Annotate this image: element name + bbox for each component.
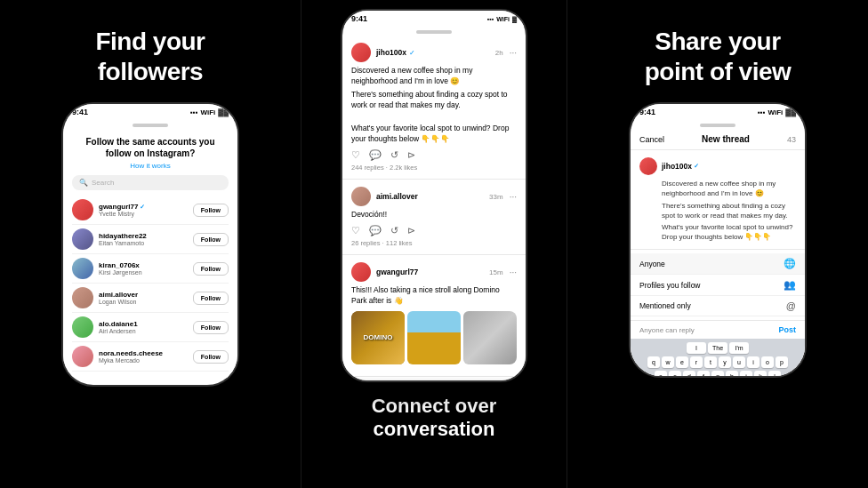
right-status-icons: ▪▪▪ WiFi ▓▓ (758, 108, 796, 116)
user-info-6: nora.needs.cheese Myka Mercado (99, 349, 188, 364)
post-1-meta: jiho100x ✓ 2h ··· (376, 48, 517, 58)
thread-post-3: gwangurl77 15m ··· This!!! Also taking a… (342, 255, 526, 377)
privacy-anyone-icon: 🌐 (784, 258, 796, 269)
right-phone-status: 9:41 ▪▪▪ WiFi ▓▓ (631, 104, 805, 120)
privacy-following[interactable]: Profiles you follow 👥 (631, 275, 805, 296)
follow-button-2[interactable]: Follow (193, 233, 229, 246)
mid-status-icons: ▪▪▪ WiFi ▓ (487, 16, 517, 22)
how-it-works-link[interactable]: How it works (72, 162, 229, 170)
left-panel: Find your followers 9:41 ▪▪▪ WiFi ▓▓ Fol… (0, 0, 301, 488)
user-name-5: Airi Andersen (99, 328, 188, 334)
suggestion-im[interactable]: I'm (729, 342, 749, 354)
key-l[interactable]: l (768, 371, 781, 378)
privacy-mentioned[interactable]: Mentioned only @ (631, 296, 805, 316)
post-3-meta: gwangurl77 15m ··· (376, 268, 517, 277)
anyone-can-reply-label: Anyone can reply (639, 326, 695, 334)
post-2-more-icon[interactable]: ··· (510, 192, 517, 202)
nt-verified-icon: ✓ (694, 163, 699, 170)
key-a[interactable]: a (655, 371, 667, 378)
mid-bottom-title: Connect over conversation (354, 395, 515, 441)
right-panel: Share your point of view 9:41 ▪▪▪ WiFi ▓… (567, 0, 868, 488)
mid-signal-icon: ▪▪▪ (487, 16, 494, 22)
mid-phone-mockup: 9:41 ▪▪▪ WiFi ▓ jiho100x ✓ 2h ··· (341, 9, 527, 382)
repost-icon-2[interactable]: ↺ (390, 225, 398, 236)
right-panel-title: Share your point of view (645, 27, 792, 86)
cancel-button[interactable]: Cancel (639, 135, 664, 144)
suggestion-the[interactable]: The (708, 342, 727, 354)
key-i[interactable]: i (747, 356, 760, 368)
user-handle-2: hidayathere22 (99, 232, 188, 240)
keyboard-row-2: a s d f g h j k l (632, 371, 803, 378)
user-info-5: alo.daiane1 Airi Andersen (99, 320, 188, 334)
reply-bar[interactable]: Reply to jiho100x... (350, 380, 518, 382)
post-3-avatar (351, 262, 371, 282)
post-2-handle: aimi.allover (376, 192, 418, 201)
right-wifi-icon: WiFi (768, 108, 784, 116)
user-name-4: Logan Wilson (99, 299, 188, 305)
post-3-handle: gwangurl77 (376, 268, 418, 276)
post-2-text: Devoción!! (351, 210, 517, 220)
comment-icon-1[interactable]: 💬 (369, 149, 382, 161)
post-3-more-icon[interactable]: ··· (510, 268, 517, 277)
post-2-stats: 26 replies · 112 likes (351, 239, 517, 247)
key-p[interactable]: p (776, 356, 788, 368)
post-img-street (463, 311, 517, 364)
repost-icon-1[interactable]: ↺ (390, 149, 398, 161)
key-f[interactable]: f (697, 371, 710, 378)
post-3-time: 15m (489, 268, 503, 276)
right-status-time: 9:41 (639, 108, 655, 116)
keyboard: I The I'm q w e r t y u i o p a (631, 339, 805, 378)
nt-avatar (639, 157, 657, 175)
key-y[interactable]: y (719, 356, 731, 368)
mid-wifi-icon: WiFi (496, 16, 510, 22)
privacy-anyone[interactable]: Anyone 🌐 (631, 253, 805, 275)
user-name-2: Eitan Yamamoto (99, 240, 188, 246)
like-icon-2[interactable]: ♡ (351, 225, 360, 236)
key-k[interactable]: k (754, 371, 767, 378)
comment-icon-2[interactable]: 💬 (369, 225, 382, 236)
key-e[interactable]: e (676, 356, 688, 368)
follow-button-6[interactable]: Follow (193, 350, 229, 364)
new-thread-content: jiho100x ✓ Discovered a new coffee shop … (631, 150, 805, 250)
post-button[interactable]: Post (778, 325, 796, 334)
key-j[interactable]: j (740, 371, 752, 378)
post-3-text: This!!! Also taking a nice stroll along … (351, 285, 517, 307)
left-status-icons: ▪▪▪ WiFi ▓▓ (190, 108, 229, 116)
mid-notch (416, 30, 452, 34)
suggestion-i[interactable]: I (687, 342, 706, 354)
privacy-anyone-label: Anyone (639, 260, 665, 268)
share-icon-1[interactable]: ⊳ (407, 149, 415, 161)
follow-button-3[interactable]: Follow (193, 262, 229, 276)
user-name-6: Myka Mercado (99, 357, 188, 364)
search-bar[interactable]: 🔍 Search (72, 175, 229, 190)
post-2-header: aimi.allover 33m ··· (351, 187, 517, 206)
user-avatar-5 (72, 316, 93, 338)
mid-status-time: 9:41 (351, 14, 367, 23)
left-status-time: 9:41 (72, 108, 88, 116)
key-w[interactable]: w (662, 356, 674, 368)
user-handle-3: kiran_0706x (99, 261, 188, 269)
key-s[interactable]: s (669, 371, 681, 378)
key-h[interactable]: h (726, 371, 738, 378)
like-icon-1[interactable]: ♡ (351, 149, 360, 161)
follow-button-5[interactable]: Follow (193, 321, 229, 334)
key-o[interactable]: o (761, 356, 774, 368)
middle-panel: 9:41 ▪▪▪ WiFi ▓ jiho100x ✓ 2h ··· (301, 0, 567, 488)
post-3-images: DOMINO (351, 311, 517, 364)
key-r[interactable]: r (690, 356, 703, 368)
user-name-1: Yvette Mistry (99, 211, 188, 217)
post-1-more-icon[interactable]: ··· (510, 48, 517, 58)
left-panel-title: Find your followers (95, 27, 205, 86)
wifi-icon: WiFi (201, 108, 216, 116)
right-phone-mockup: 9:41 ▪▪▪ WiFi ▓▓ Cancel New thread 43 ji… (629, 102, 807, 378)
follow-screen: Follow the same accounts you follow on I… (63, 129, 237, 379)
key-g[interactable]: g (711, 371, 724, 378)
follow-button-4[interactable]: Follow (193, 292, 229, 305)
privacy-options: Anyone 🌐 Profiles you follow 👥 Mentioned… (631, 250, 805, 320)
key-u[interactable]: u (733, 356, 745, 368)
key-t[interactable]: t (704, 356, 717, 368)
key-q[interactable]: q (647, 356, 660, 368)
follow-button-1[interactable]: Follow (193, 204, 229, 217)
key-d[interactable]: d (683, 371, 695, 378)
share-icon-2[interactable]: ⊳ (407, 225, 415, 236)
